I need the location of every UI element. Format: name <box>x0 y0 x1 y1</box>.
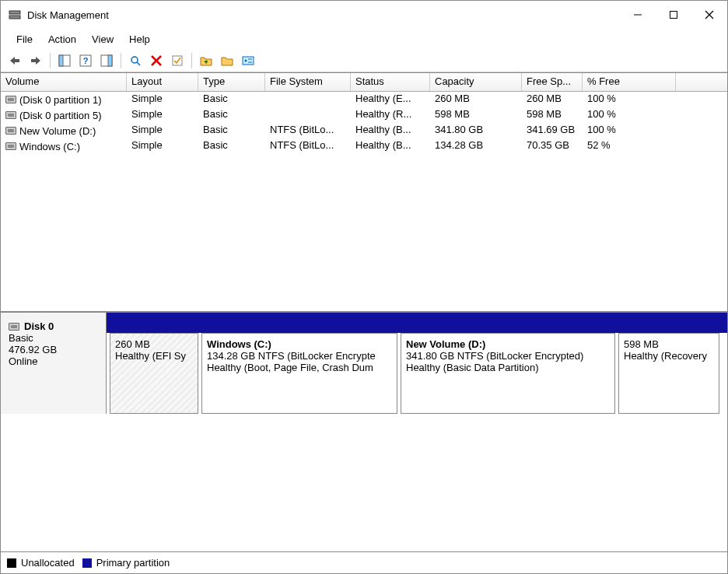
volume-layout: Simple <box>127 92 198 107</box>
svg-rect-13 <box>108 55 112 66</box>
volume-name: (Disk 0 partition 1) <box>19 94 101 106</box>
drive-icon <box>5 96 16 103</box>
caption-controls <box>620 1 727 29</box>
partition-color-bar <box>107 313 727 333</box>
volume-capacity: 134.28 GB <box>430 138 522 154</box>
volume-free: 70.35 GB <box>522 138 583 154</box>
disk-size: 476.92 GB <box>9 344 98 355</box>
window-title: Disk Management <box>27 9 109 21</box>
menu-view[interactable]: View <box>84 30 121 48</box>
col-header-type[interactable]: Type <box>198 73 265 91</box>
disk-name: Disk 0 <box>24 320 54 332</box>
close-button[interactable] <box>691 1 727 29</box>
volume-type: Basic <box>198 123 265 138</box>
disk-row: Disk 0 Basic 476.92 GB Online 260 MBHeal… <box>1 313 727 414</box>
volume-filesystem: NTFS (BitLo... <box>265 123 351 138</box>
legend-primary: Primary partition <box>96 557 170 569</box>
col-header-pctfree[interactable]: % Free <box>583 73 676 91</box>
disk-map: Disk 0 Basic 476.92 GB Online 260 MBHeal… <box>1 312 727 573</box>
folder-down-button[interactable] <box>218 51 236 70</box>
svg-rect-0 <box>9 11 20 14</box>
volume-type: Basic <box>198 92 265 107</box>
partition-status: Healthy (EFI Sy <box>115 350 193 362</box>
partition-size: 341.80 GB NTFS (BitLocker Encrypted) <box>406 350 610 362</box>
drive-icon <box>9 323 19 331</box>
volume-filesystem <box>265 92 351 107</box>
volume-list[interactable]: Volume Layout Type File System Status Ca… <box>1 72 727 312</box>
volume-layout: Simple <box>127 138 198 154</box>
volume-capacity: 341.80 GB <box>430 123 522 138</box>
forward-button[interactable] <box>26 51 45 70</box>
volume-row[interactable]: (Disk 0 partition 1)SimpleBasicHealthy (… <box>1 92 727 107</box>
partition-label: Windows (C:) <box>207 338 392 350</box>
svg-point-20 <box>245 59 247 61</box>
menu-file[interactable]: File <box>9 30 40 48</box>
app-icon <box>9 9 21 21</box>
col-header-status[interactable]: Status <box>351 73 430 91</box>
svg-rect-18 <box>173 56 182 65</box>
disk-info-panel[interactable]: Disk 0 Basic 476.92 GB Online <box>1 313 107 414</box>
volume-name: New Volume (D:) <box>19 125 96 137</box>
legend-swatch-primary <box>82 558 92 568</box>
partition-status: Healthy (Basic Data Partition) <box>406 362 610 373</box>
partition-cell[interactable]: 598 MBHealthy (Recovery <box>618 333 719 414</box>
volume-status: Healthy (E... <box>351 92 430 107</box>
volume-status: Healthy (R... <box>351 107 430 123</box>
refresh-button[interactable] <box>126 51 145 70</box>
col-header-filesystem[interactable]: File System <box>265 73 351 91</box>
help-button[interactable]: ? <box>76 51 95 70</box>
volume-free: 341.69 GB <box>522 123 583 138</box>
separator <box>191 53 192 68</box>
back-button[interactable] <box>5 51 24 70</box>
volume-free: 598 MB <box>522 107 583 123</box>
partition-size: 134.28 GB NTFS (BitLocker Encrypte <box>207 350 392 362</box>
partition-status: Healthy (Recovery <box>624 350 714 362</box>
volume-row[interactable]: Windows (C:)SimpleBasicNTFS (BitLo...Hea… <box>1 138 727 154</box>
volume-layout: Simple <box>127 107 198 123</box>
volume-status: Healthy (B... <box>351 138 430 154</box>
partition-size: 598 MB <box>624 338 714 350</box>
folder-button[interactable] <box>197 51 215 70</box>
svg-rect-9 <box>59 55 63 66</box>
volume-pctfree: 100 % <box>583 107 676 123</box>
title-bar: Disk Management <box>1 1 727 29</box>
properties-button[interactable] <box>168 51 187 70</box>
svg-rect-6 <box>15 59 19 62</box>
col-header-free[interactable]: Free Sp... <box>522 73 583 91</box>
volume-capacity: 260 MB <box>430 92 522 107</box>
col-header-volume[interactable]: Volume <box>1 73 127 91</box>
menu-help[interactable]: Help <box>121 30 158 48</box>
volume-row[interactable]: New Volume (D:)SimpleBasicNTFS (BitLo...… <box>1 123 727 138</box>
col-header-layout[interactable]: Layout <box>127 73 198 91</box>
volume-name: (Disk 0 partition 5) <box>19 110 101 121</box>
separator <box>50 53 51 68</box>
volume-pctfree: 52 % <box>583 138 676 154</box>
partition-size: 260 MB <box>115 338 193 350</box>
toolbar: ? <box>1 49 727 72</box>
drive-icon <box>5 111 16 119</box>
partition-cell[interactable]: New Volume (D:)341.80 GB NTFS (BitLocker… <box>401 333 615 414</box>
separator <box>121 53 121 68</box>
disk-status: Online <box>9 355 98 367</box>
show-hide-tree-button[interactable] <box>55 51 74 70</box>
volume-name: Windows (C:) <box>19 141 80 152</box>
drive-icon <box>5 127 16 135</box>
legend: Unallocated Primary partition <box>1 551 727 573</box>
volume-layout: Simple <box>127 123 198 138</box>
svg-point-14 <box>131 57 138 63</box>
svg-rect-3 <box>670 12 677 19</box>
maximize-button[interactable] <box>656 1 691 29</box>
action-list-button[interactable] <box>97 51 116 70</box>
delete-button[interactable] <box>147 51 166 70</box>
volume-free: 260 MB <box>522 92 583 107</box>
partition-cell[interactable]: Windows (C:)134.28 GB NTFS (BitLocker En… <box>201 333 397 414</box>
volume-filesystem: NTFS (BitLo... <box>265 138 351 154</box>
menu-action[interactable]: Action <box>40 30 84 48</box>
col-header-capacity[interactable]: Capacity <box>430 73 522 91</box>
settings-button[interactable] <box>239 51 257 70</box>
minimize-button[interactable] <box>620 1 656 29</box>
menu-bar: File Action View Help <box>1 29 727 49</box>
volume-pctfree: 100 % <box>583 123 676 138</box>
partition-cell[interactable]: 260 MBHealthy (EFI Sy <box>110 333 198 414</box>
volume-row[interactable]: (Disk 0 partition 5)SimpleBasicHealthy (… <box>1 107 727 123</box>
